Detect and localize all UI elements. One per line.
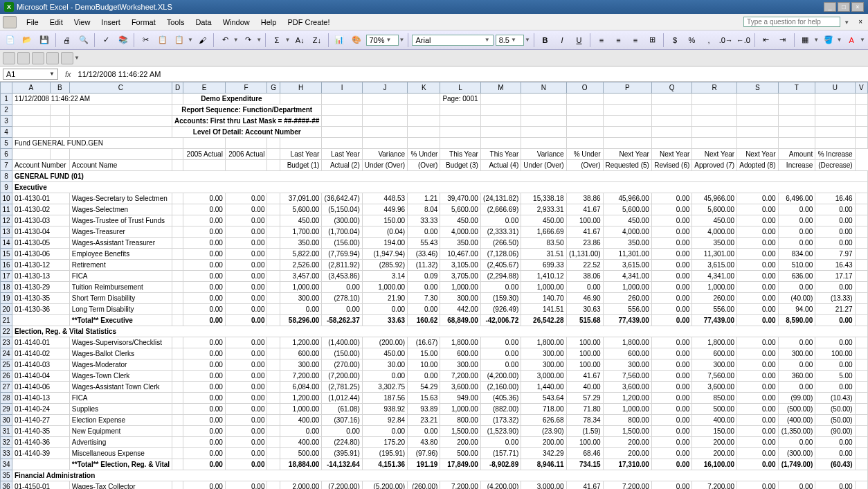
align-left-icon[interactable]: ≡ — [594, 33, 609, 48]
align-right-icon[interactable]: ≡ — [628, 33, 643, 48]
redo-dropdown[interactable]: ▼ — [256, 37, 262, 43]
print-preview-icon[interactable]: 🔍 — [76, 33, 91, 48]
font-combo[interactable]: Arial▼ — [412, 35, 493, 46]
row-header-22[interactable]: 22 — [1, 326, 12, 337]
row-header-29[interactable]: 29 — [1, 404, 12, 415]
section-35[interactable]: Financial Administration — [12, 470, 868, 481]
col-header-H[interactable]: H — [280, 82, 322, 94]
percent-icon[interactable]: % — [685, 33, 700, 48]
row-header-32[interactable]: 32 — [1, 437, 12, 448]
row-header-25[interactable]: 25 — [1, 359, 12, 371]
decrease-indent-icon[interactable]: ⇤ — [759, 33, 774, 48]
chart-icon[interactable]: 📊 — [332, 33, 347, 48]
autosum-icon[interactable]: Σ — [269, 33, 284, 48]
row-header-17[interactable]: 17 — [1, 271, 12, 282]
col-header-I[interactable]: I — [322, 82, 362, 94]
row-header-16[interactable]: 16 — [1, 260, 12, 271]
row-header-3[interactable]: 3 — [1, 116, 12, 127]
row-header-7[interactable]: 7 — [1, 160, 12, 171]
row-header-36[interactable]: 36 — [1, 481, 12, 490]
spelling-icon[interactable]: ✓ — [98, 33, 114, 48]
row-header-4[interactable]: 4 — [1, 127, 12, 138]
row-header-19[interactable]: 19 — [1, 293, 12, 304]
menu-format[interactable]: Format — [126, 17, 161, 28]
comma-icon[interactable]: , — [701, 33, 716, 48]
undo-dropdown[interactable]: ▼ — [233, 37, 239, 43]
row-header-20[interactable]: 20 — [1, 304, 12, 315]
menu-pdf[interactable]: PDF Create! — [282, 17, 335, 28]
drawing-icon[interactable]: 🎨 — [349, 33, 364, 48]
fontsize-combo[interactable]: 8.5▼ — [496, 35, 524, 46]
col-header-R[interactable]: R — [692, 82, 737, 94]
row-header-13[interactable]: 13 — [1, 226, 12, 238]
col-header-T[interactable]: T — [778, 82, 815, 94]
section-9[interactable]: Executive — [12, 182, 868, 193]
fill-color-icon[interactable]: 🪣 — [821, 33, 836, 48]
menu-view[interactable]: View — [69, 17, 96, 28]
col-header-B[interactable]: B — [50, 82, 69, 94]
col-header-P[interactable]: P — [603, 82, 651, 94]
align-center-icon[interactable]: ≡ — [611, 33, 626, 48]
col-header-D[interactable]: D — [172, 82, 183, 94]
worksheet-grid[interactable]: ABCDEFGHIJKLMNOPQRSTUV111/12/2008 11:46:… — [0, 82, 868, 489]
toolbar-options[interactable]: ▼ — [399, 37, 405, 43]
paste-icon[interactable]: 📋 — [172, 33, 187, 48]
copy-icon[interactable]: 📋 — [155, 33, 170, 48]
col-header-Q[interactable]: Q — [651, 82, 691, 94]
col-header-V[interactable]: V — [855, 82, 867, 94]
font-color-icon[interactable]: A — [844, 33, 860, 48]
row-header-27[interactable]: 27 — [1, 382, 12, 393]
close-button[interactable]: × — [851, 2, 864, 12]
menu-insert[interactable]: Insert — [96, 17, 126, 28]
row-header-33[interactable]: 33 — [1, 448, 12, 459]
menu-edit[interactable]: Edit — [44, 17, 69, 28]
paste-dropdown[interactable]: ▼ — [188, 37, 193, 43]
row-header-18[interactable]: 18 — [1, 282, 12, 293]
currency-icon[interactable]: $ — [667, 33, 682, 48]
menu-window[interactable]: Window — [217, 17, 255, 28]
row-header-28[interactable]: 28 — [1, 393, 12, 404]
workbook-icon[interactable] — [3, 16, 17, 28]
menu-tools[interactable]: Tools — [161, 17, 190, 28]
row-header-8[interactable]: 8 — [1, 171, 12, 182]
pdf-btn-1[interactable] — [3, 52, 15, 64]
col-header-C[interactable]: C — [69, 82, 172, 94]
pdf-btn-4[interactable] — [46, 52, 59, 64]
name-box[interactable]: A1▼ — [3, 69, 58, 80]
cut-icon[interactable]: ✂ — [138, 33, 153, 48]
col-header-J[interactable]: J — [362, 82, 407, 94]
open-icon[interactable]: 📂 — [20, 33, 35, 48]
save-icon[interactable]: 💾 — [37, 33, 52, 48]
row-header-24[interactable]: 24 — [1, 348, 12, 359]
row-header-15[interactable]: 15 — [1, 249, 12, 260]
col-header-F[interactable]: F — [225, 82, 267, 94]
sort-desc-icon[interactable]: Z↓ — [309, 33, 325, 48]
row-header-30[interactable]: 30 — [1, 415, 12, 426]
pdf-toolbar-options[interactable]: ▼ — [74, 55, 80, 61]
borders-icon[interactable]: ▦ — [798, 33, 813, 48]
row-header-12[interactable]: 12 — [1, 215, 12, 226]
undo-icon[interactable]: ↶ — [217, 33, 233, 48]
merge-icon[interactable]: ⊞ — [645, 33, 660, 48]
increase-indent-icon[interactable]: ⇥ — [775, 33, 790, 48]
maximize-button[interactable]: □ — [838, 2, 850, 12]
col-header-G[interactable]: G — [267, 82, 280, 94]
print-icon[interactable]: 🖨 — [59, 33, 74, 48]
col-header-L[interactable]: L — [440, 82, 480, 94]
new-icon[interactable]: 📄 — [3, 33, 18, 48]
underline-icon[interactable]: U — [572, 33, 587, 48]
fx-icon[interactable]: fx — [61, 70, 75, 78]
help-dropdown[interactable]: ▼ — [844, 19, 849, 26]
row-header-26[interactable]: 26 — [1, 371, 12, 382]
decrease-decimal-icon[interactable]: ←.0 — [736, 33, 751, 48]
sort-asc-icon[interactable]: A↓ — [293, 33, 308, 48]
pdf-btn-3[interactable] — [32, 52, 44, 64]
col-header-N[interactable]: N — [521, 82, 566, 94]
row-header-9[interactable]: 9 — [1, 182, 12, 193]
col-header-M[interactable]: M — [480, 82, 521, 94]
minimize-button[interactable]: _ — [824, 2, 836, 12]
row-header-14[interactable]: 14 — [1, 238, 12, 249]
fontcolor-dropdown[interactable]: ▼ — [860, 37, 865, 43]
row-header-10[interactable]: 10 — [1, 193, 12, 204]
research-icon[interactable]: 📚 — [116, 33, 131, 48]
